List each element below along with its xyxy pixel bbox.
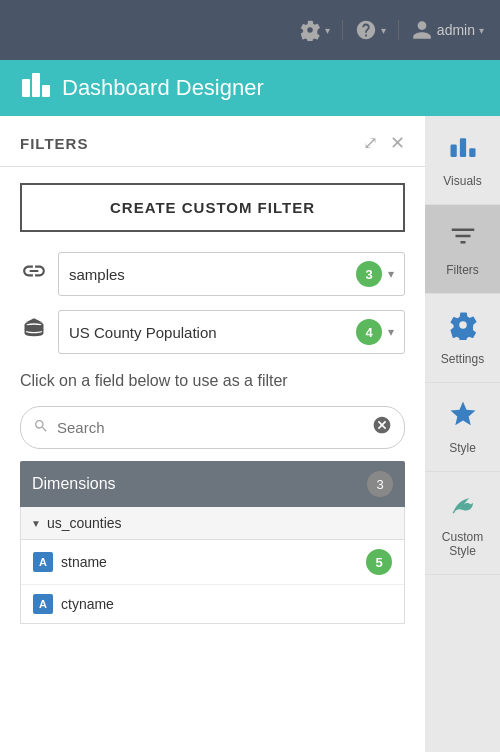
custom-style-icon	[448, 488, 478, 524]
datasource2-dropdown[interactable]: US County Population 4 ▾	[58, 310, 405, 354]
svg-rect-2	[42, 85, 50, 97]
datasource1-label: samples	[69, 266, 350, 283]
sidebar-item-style[interactable]: Style	[425, 383, 500, 472]
stname-count: 5	[366, 549, 392, 575]
user-icon	[411, 19, 433, 41]
filters-panel-title: FILTERS	[20, 135, 88, 152]
svg-rect-6	[469, 148, 475, 157]
link-icon	[20, 258, 48, 290]
user-nav-item[interactable]: admin ▾	[411, 19, 484, 41]
datasource2-chevron: ▾	[388, 325, 394, 339]
close-icon[interactable]: ✕	[390, 132, 405, 154]
dimension-group-name: us_counties	[47, 515, 122, 531]
svg-rect-1	[32, 73, 40, 97]
user-chevron: ▾	[479, 25, 484, 36]
stname-label: stname	[61, 554, 358, 570]
settings-chevron: ▾	[325, 25, 330, 36]
ctyname-label: ctyname	[61, 596, 392, 612]
main-layout: FILTERS ⤢ ✕ CREATE CUSTOM FILTER samples…	[0, 116, 500, 752]
dimensions-section: Dimensions 3 ▼ us_counties A stname 5	[20, 461, 405, 624]
sidebar-item-filters[interactable]: Filters	[425, 205, 500, 294]
search-input[interactable]	[57, 419, 364, 436]
settings-nav-item[interactable]: ▾	[299, 19, 330, 41]
filters-header: FILTERS ⤢ ✕	[0, 116, 425, 167]
filters-icon	[448, 221, 478, 257]
sidebar-item-visuals[interactable]: Visuals	[425, 116, 500, 205]
svg-rect-4	[450, 145, 456, 158]
datasource1-count: 3	[356, 261, 382, 287]
style-icon	[448, 399, 478, 435]
help-icon	[355, 19, 377, 41]
expand-icon[interactable]: ⤢	[363, 132, 378, 154]
settings-icon	[299, 19, 321, 41]
nav-divider-2	[398, 20, 399, 40]
nav-divider-1	[342, 20, 343, 40]
settings-sidebar-icon	[448, 310, 478, 346]
filters-body: CREATE CUSTOM FILTER samples 3 ▾	[0, 167, 425, 640]
search-box	[20, 406, 405, 449]
user-label: admin	[437, 22, 475, 38]
datasource1-row: samples 3 ▾	[20, 252, 405, 296]
svg-rect-0	[22, 79, 30, 97]
sidebar-item-settings[interactable]: Settings	[425, 294, 500, 383]
svg-rect-5	[459, 138, 465, 157]
visuals-label: Visuals	[443, 174, 481, 188]
filters-panel: FILTERS ⤢ ✕ CREATE CUSTOM FILTER samples…	[0, 116, 425, 752]
style-label: Style	[449, 441, 476, 455]
help-nav-item[interactable]: ▾	[355, 19, 386, 41]
ctyname-type-icon: A	[33, 594, 53, 614]
filters-header-actions: ⤢ ✕	[363, 132, 405, 154]
search-icon	[33, 418, 49, 438]
search-clear-icon[interactable]	[372, 415, 392, 440]
header-bar: Dashboard Designer	[0, 60, 500, 116]
custom-style-label: CustomStyle	[442, 530, 483, 558]
datasource2-label: US County Population	[69, 324, 350, 341]
dimensions-count: 3	[367, 471, 393, 497]
filters-label: Filters	[446, 263, 479, 277]
database-icon	[20, 316, 48, 348]
datasource1-dropdown[interactable]: samples 3 ▾	[58, 252, 405, 296]
create-custom-filter-button[interactable]: CREATE CUSTOM FILTER	[20, 183, 405, 232]
sidebar-item-custom-style[interactable]: CustomStyle	[425, 472, 500, 575]
datasource2-count: 4	[356, 319, 382, 345]
dimension-item-stname[interactable]: A stname 5	[21, 540, 404, 585]
dimensions-header: Dimensions 3	[20, 461, 405, 507]
settings-label: Settings	[441, 352, 484, 366]
header-title: Dashboard Designer	[62, 75, 264, 101]
dimensions-title: Dimensions	[32, 475, 116, 493]
dimension-group-header[interactable]: ▼ us_counties	[21, 507, 404, 540]
dimension-item-ctyname[interactable]: A ctyname	[21, 585, 404, 623]
right-sidebar: Visuals Filters Settings	[425, 116, 500, 752]
stname-type-icon: A	[33, 552, 53, 572]
visuals-icon	[448, 132, 478, 168]
header-logo	[20, 69, 52, 108]
top-nav: ▾ ▾ admin ▾	[0, 0, 500, 60]
group-arrow-icon: ▼	[31, 518, 41, 529]
hint-text: Click on a field below to use as a filte…	[20, 370, 405, 392]
help-chevron: ▾	[381, 25, 386, 36]
datasource1-chevron: ▾	[388, 267, 394, 281]
dimension-group-us-counties: ▼ us_counties A stname 5 A	[20, 507, 405, 624]
datasource2-row: US County Population 4 ▾	[20, 310, 405, 354]
